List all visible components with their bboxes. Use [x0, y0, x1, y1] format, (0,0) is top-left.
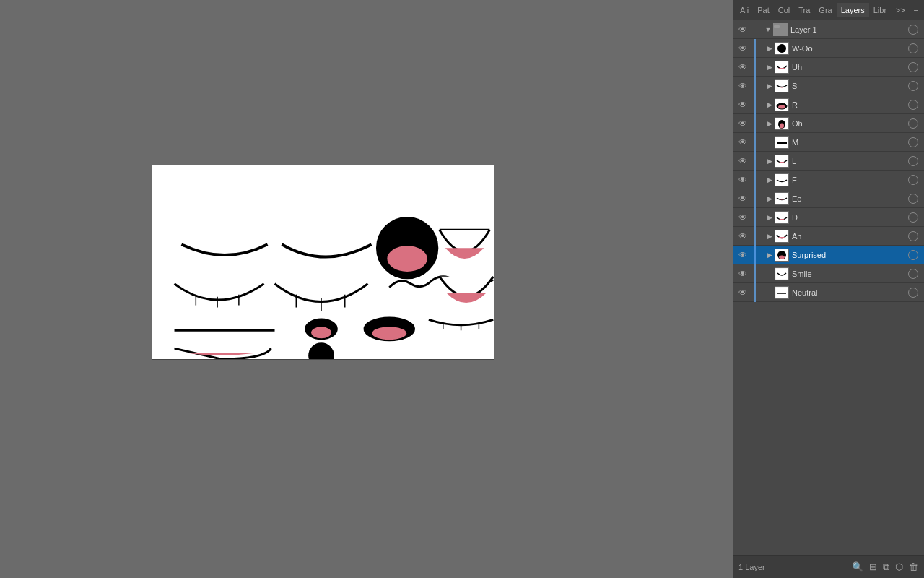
- chevron-icon[interactable]: ▶: [764, 77, 775, 95]
- layer-visibility-circle[interactable]: [908, 100, 918, 110]
- eye-icon[interactable]: 👁: [733, 95, 753, 114]
- eye-icon[interactable]: 👁: [733, 39, 753, 58]
- chevron-icon[interactable]: ▶: [764, 152, 775, 171]
- layer-thumbnail: [775, 249, 789, 262]
- layer-name: F: [792, 176, 908, 184]
- layer-thumbnail: [775, 211, 789, 224]
- layer-visibility-circle[interactable]: [908, 81, 918, 91]
- layer-row[interactable]: 👁 ▶ M: [733, 133, 924, 152]
- eye-icon[interactable]: 👁: [733, 20, 753, 39]
- layer-name: W-Oo: [792, 44, 908, 53]
- eye-icon[interactable]: 👁: [733, 227, 753, 246]
- layer-row-surprised[interactable]: 👁 ▶ Surprised: [733, 246, 924, 264]
- layer-visibility-circle[interactable]: [908, 62, 918, 72]
- layer-visibility-circle[interactable]: [908, 25, 918, 35]
- eye-icon[interactable]: 👁: [733, 264, 753, 283]
- chevron-icon[interactable]: ▶: [764, 114, 775, 133]
- layer-row[interactable]: 👁 ▶ Ee: [733, 189, 924, 208]
- svg-point-20: [777, 44, 786, 53]
- layer-visibility-circle[interactable]: [908, 269, 918, 279]
- eye-icon[interactable]: 👁: [733, 171, 753, 189]
- layer-visibility-circle[interactable]: [908, 231, 918, 241]
- layer-row[interactable]: 👁 ▶ Ah: [733, 227, 924, 246]
- layer-visibility-circle[interactable]: [908, 43, 918, 53]
- chevron-icon[interactable]: ▶: [764, 95, 775, 114]
- layer-row[interactable]: 👁 ▶ F: [733, 171, 924, 189]
- layer-visibility-circle[interactable]: [908, 156, 918, 166]
- layer-visibility-circle[interactable]: [908, 212, 918, 223]
- chevron-icon[interactable]: ▼: [763, 20, 773, 39]
- svg-point-28: [780, 123, 784, 128]
- layer-row[interactable]: 👁 ▼ Layer 1: [733, 20, 924, 39]
- artwork-svg: [152, 165, 494, 359]
- new-layer-icon[interactable]: ⊞: [869, 561, 877, 572]
- indent-bar: [754, 114, 764, 133]
- indent-bar: [754, 95, 764, 114]
- duplicate-layer-icon[interactable]: ⧉: [883, 561, 889, 573]
- layer-row[interactable]: 👁 ▶ W-Oo: [733, 39, 924, 58]
- eye-icon[interactable]: 👁: [733, 58, 753, 77]
- layer-visibility-circle[interactable]: [908, 250, 918, 260]
- eye-icon[interactable]: 👁: [733, 152, 753, 171]
- chevron-icon[interactable]: ▶: [764, 208, 775, 227]
- delete-layer-icon[interactable]: 🗑: [909, 561, 918, 572]
- layer-row[interactable]: 👁 ▶ S: [733, 77, 924, 95]
- layer-row[interactable]: 👁 ▶ D: [733, 208, 924, 227]
- layer-name: D: [792, 213, 908, 222]
- chevron-icon[interactable]: ▶: [764, 58, 775, 77]
- layer-row[interactable]: 👁 ▶ Smile: [733, 264, 924, 283]
- indent-bar: [754, 58, 764, 77]
- eye-icon[interactable]: 👁: [733, 114, 753, 133]
- tab-menu-btn[interactable]: ≡: [911, 4, 921, 16]
- layer-visibility-circle[interactable]: [908, 175, 918, 185]
- layer-row[interactable]: 👁 ▶ R: [733, 95, 924, 114]
- tab-overflow-btn[interactable]: >>: [893, 4, 908, 16]
- chevron-icon[interactable]: ▶: [764, 246, 775, 264]
- search-icon[interactable]: 🔍: [852, 561, 863, 572]
- indent-bar: [754, 152, 764, 171]
- move-to-group-icon[interactable]: ⬡: [895, 561, 903, 572]
- tab-ali[interactable]: Ali: [736, 3, 753, 17]
- layer-visibility-circle[interactable]: [908, 194, 918, 204]
- tab-layers[interactable]: Layers: [837, 3, 869, 17]
- layer-row[interactable]: 👁 ▶ L: [733, 152, 924, 171]
- eye-icon[interactable]: 👁: [733, 77, 753, 95]
- chevron-icon[interactable]: ▶: [764, 189, 775, 208]
- chevron-icon[interactable]: ▶: [764, 39, 775, 58]
- chevron-icon[interactable]: ▶: [764, 171, 775, 189]
- layer-name: Uh: [792, 63, 908, 72]
- chevron-icon[interactable]: ▶: [764, 227, 775, 246]
- svg-point-1: [387, 246, 427, 272]
- layer-thumbnail: [775, 230, 789, 243]
- layer-row[interactable]: 👁 ▶ Neutral: [733, 283, 924, 302]
- eye-icon[interactable]: 👁: [733, 208, 753, 227]
- indent-bar: [754, 133, 764, 152]
- eye-icon[interactable]: 👁: [733, 133, 753, 152]
- bottom-toolbar: 🔍 ⊞ ⧉ ⬡ 🗑: [852, 561, 918, 573]
- tab-gra[interactable]: Gra: [814, 3, 836, 17]
- indent-bar: [754, 189, 764, 208]
- tab-col[interactable]: Col: [774, 3, 795, 17]
- layer-thumbnail: [773, 23, 788, 36]
- indent-bar: [754, 77, 764, 95]
- tab-pat[interactable]: Pat: [753, 3, 774, 17]
- layers-list: 👁 ▼ Layer 1 👁 ▶ W-Oo 👁 ▶: [733, 20, 924, 555]
- layer-visibility-circle[interactable]: [908, 118, 918, 129]
- artwork-canvas[interactable]: [152, 165, 494, 360]
- eye-icon[interactable]: 👁: [733, 283, 753, 302]
- layer-thumbnail: [775, 155, 789, 168]
- tab-tra[interactable]: Tra: [794, 3, 814, 17]
- tab-overflow-controls: >> ≡: [893, 4, 921, 16]
- layer-row[interactable]: 👁 ▶ Oh: [733, 114, 924, 133]
- layer-visibility-circle[interactable]: [908, 288, 918, 298]
- layer-name: L: [792, 157, 908, 165]
- tab-libr[interactable]: Libr: [869, 3, 891, 17]
- indent-bar: [754, 264, 764, 283]
- layer-visibility-circle[interactable]: [908, 137, 918, 147]
- layer-count: 1 Layer: [738, 563, 852, 571]
- eye-icon[interactable]: 👁: [733, 246, 753, 264]
- svg-point-12: [372, 327, 406, 340]
- layer-row[interactable]: 👁 ▶ Uh: [733, 58, 924, 77]
- panel-tab-bar: Ali Pat Col Tra Gra Layers Libr >> ≡: [733, 0, 924, 20]
- eye-icon[interactable]: 👁: [733, 189, 753, 208]
